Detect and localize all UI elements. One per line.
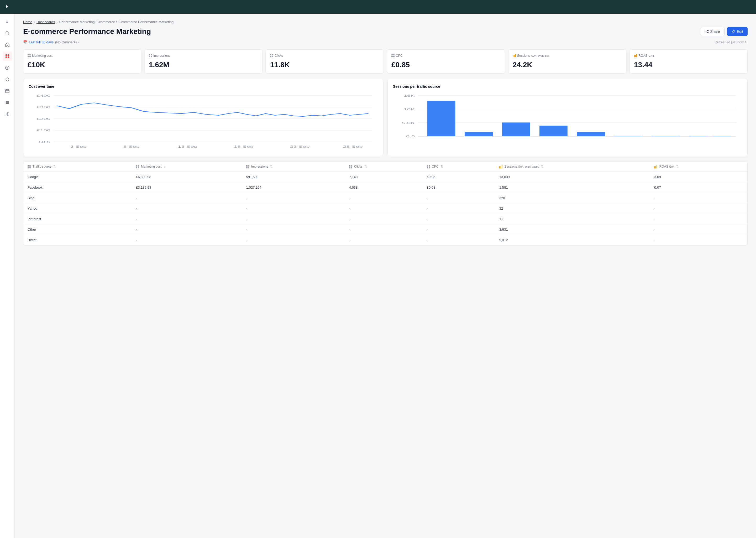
cell-clicks: 4,638 [345, 182, 423, 193]
svg-text:F: F [6, 4, 8, 9]
svg-text:3 Sep: 3 Sep [71, 145, 87, 148]
svg-rect-80 [246, 167, 248, 168]
svg-rect-41 [515, 54, 516, 57]
svg-rect-94 [655, 166, 656, 168]
svg-rect-15 [6, 102, 9, 103]
cell-source: Facebook [24, 182, 132, 193]
kpi-label-cpc: CPC [391, 54, 500, 58]
svg-rect-35 [391, 54, 393, 55]
cell-roas: - [650, 235, 747, 245]
bar-direct [577, 132, 605, 136]
page-title: E-commerce Performance Marketing [23, 27, 151, 36]
col-sessions[interactable]: Sessions GA4, event based ⇅ [495, 162, 650, 172]
date-filter[interactable]: 📅 Last full 30 days (No Compare) ▾ [23, 40, 79, 44]
col-clicks[interactable]: Clicks ⇅ [345, 162, 423, 172]
col-impressions[interactable]: Impressions ⇅ [242, 162, 345, 172]
breadcrumb-sep2: › [57, 20, 58, 24]
bar-chart-container: 15K 10K 5.0K 0.0 [393, 93, 742, 150]
svg-point-20 [705, 31, 706, 32]
cell-clicks: 7,148 [345, 172, 423, 182]
svg-rect-73 [29, 167, 31, 168]
sidebar-item-sync[interactable] [3, 75, 12, 84]
cell-source: Other [24, 224, 132, 235]
svg-rect-7 [8, 56, 9, 58]
cell-cpc: - [423, 224, 495, 235]
compare-label: (No Compare) [55, 40, 77, 44]
bar-chart-svg: 15K 10K 5.0K 0.0 [393, 93, 742, 150]
table-row: Facebook £3,139.93 1,027,204 4,638 £0.68… [24, 182, 747, 193]
breadcrumb-home[interactable]: Home [23, 20, 32, 24]
edit-button[interactable]: Edit [727, 27, 748, 36]
svg-text:15K: 15K [404, 94, 415, 97]
svg-rect-89 [429, 167, 430, 168]
cell-impressions: 591,590 [242, 172, 345, 182]
cell-marketing-cost: £3,139.93 [132, 182, 242, 193]
svg-rect-84 [349, 167, 351, 168]
kpi-label-clicks: Clicks [270, 54, 379, 58]
refresh-info: Refreshed just now ↻ [715, 40, 748, 44]
bar-bing [502, 123, 530, 136]
col-traffic-source[interactable]: Traffic source ⇅ [24, 162, 132, 172]
svg-rect-88 [427, 167, 428, 168]
svg-rect-14 [6, 101, 9, 102]
calendar-icon: 📅 [23, 40, 27, 44]
svg-rect-82 [349, 165, 351, 167]
table-row: Bing - - - - 320 - [24, 193, 747, 203]
svg-rect-29 [149, 56, 150, 57]
refresh-label: Refreshed just now [715, 40, 744, 44]
svg-rect-42 [634, 55, 635, 57]
svg-text:13 Sep: 13 Sep [178, 145, 197, 148]
cell-impressions: 1,027,204 [242, 182, 345, 193]
kpi-card-marketing-cost: Marketing cost £10K [23, 49, 141, 74]
svg-text:18 Sep: 18 Sep [234, 145, 254, 148]
kpi-grid: Marketing cost £10K Impressions 1.62M Cl… [23, 49, 748, 74]
svg-rect-92 [502, 165, 502, 168]
sidebar-item-schedule[interactable] [3, 86, 12, 96]
svg-line-3 [8, 34, 9, 35]
sidebar-item-settings[interactable] [3, 109, 12, 119]
svg-rect-83 [351, 165, 352, 167]
filter-bar: 📅 Last full 30 days (No Compare) ▾ Refre… [23, 40, 748, 44]
svg-text:23 Sep: 23 Sep [290, 145, 309, 148]
edit-label: Edit [737, 29, 743, 34]
svg-rect-81 [248, 167, 249, 168]
sidebar-item-expand[interactable]: » [3, 17, 12, 26]
svg-rect-76 [136, 167, 137, 168]
sidebar-item-compass[interactable] [3, 63, 12, 73]
main-content: Home › Dashboards › Performance Marketin… [15, 14, 756, 538]
svg-rect-79 [248, 165, 249, 167]
sidebar-item-home[interactable] [3, 40, 12, 49]
cell-marketing-cost: - [132, 203, 242, 214]
kpi-card-cpc: CPC £0.85 [387, 49, 505, 74]
cell-clicks: - [345, 214, 423, 224]
sidebar-item-dashboard[interactable] [3, 51, 12, 61]
svg-point-17 [7, 114, 8, 115]
table-row: Google £6,880.98 591,590 7,148 £0.96 13,… [24, 172, 747, 182]
kpi-label-sessions: Sessions GA4, event bas [513, 54, 622, 58]
cell-cpc: - [423, 193, 495, 203]
col-cpc[interactable]: CPC ⇅ [423, 162, 495, 172]
svg-text:10K: 10K [404, 108, 415, 111]
svg-rect-10 [6, 89, 9, 93]
svg-text:8 Sep: 8 Sep [123, 145, 140, 148]
kpi-value-clicks: 11.8K [270, 61, 379, 69]
bar-google [427, 101, 455, 136]
col-roas[interactable]: ROAS GA4 ⇅ [650, 162, 747, 172]
sidebar-item-search[interactable] [3, 28, 12, 38]
cell-marketing-cost: - [132, 224, 242, 235]
breadcrumb-current: Performance Marketing E-commerce / E-com… [59, 20, 173, 24]
svg-rect-72 [27, 167, 29, 168]
kpi-card-sessions: Sessions GA4, event bas 24.2K [508, 49, 626, 74]
share-button[interactable]: Share [701, 27, 725, 36]
svg-point-18 [707, 30, 708, 31]
cell-roas: 3.09 [650, 172, 747, 182]
cell-clicks: - [345, 203, 423, 214]
cell-marketing-cost: - [132, 235, 242, 245]
svg-text:£300: £300 [36, 106, 50, 109]
cell-source: Direct [24, 235, 132, 245]
svg-rect-16 [6, 103, 9, 104]
sidebar-item-layers[interactable] [3, 98, 12, 107]
col-marketing-cost[interactable]: Marketing cost ↓ [132, 162, 242, 172]
svg-text:£0.0: £0.0 [38, 140, 50, 143]
breadcrumb-dashboards[interactable]: Dashboards [36, 20, 55, 24]
